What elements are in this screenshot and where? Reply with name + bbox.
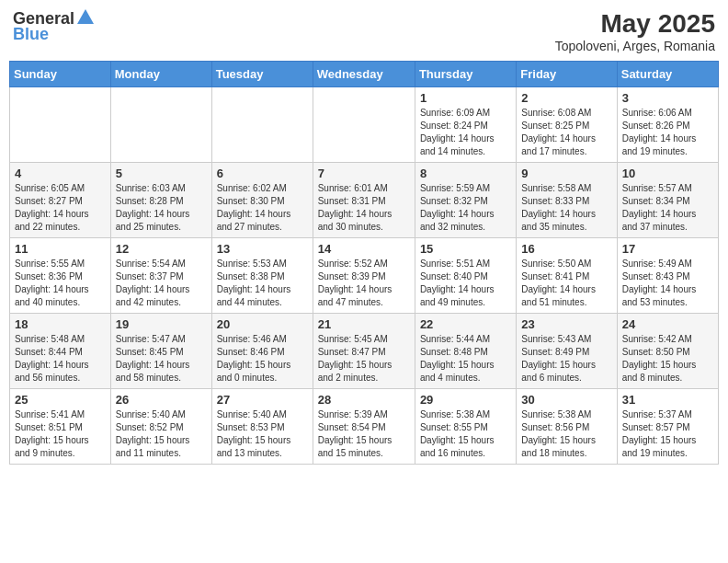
day-info: Sunrise: 5:38 AM Sunset: 8:55 PM Dayligh… — [420, 408, 511, 460]
day-info: Sunrise: 6:03 AM Sunset: 8:28 PM Dayligh… — [116, 182, 207, 234]
day-number: 24 — [622, 317, 713, 331]
calendar-cell: 10Sunrise: 5:57 AM Sunset: 8:34 PM Dayli… — [617, 163, 718, 238]
day-info: Sunrise: 5:44 AM Sunset: 8:48 PM Dayligh… — [420, 333, 511, 385]
day-info: Sunrise: 6:08 AM Sunset: 8:25 PM Dayligh… — [521, 107, 611, 158]
day-number: 12 — [116, 242, 207, 256]
day-info: Sunrise: 5:50 AM Sunset: 8:41 PM Dayligh… — [521, 258, 611, 309]
day-info: Sunrise: 5:58 AM Sunset: 8:33 PM Dayligh… — [521, 182, 611, 234]
day-number: 18 — [15, 317, 106, 331]
calendar-cell: 9Sunrise: 5:58 AM Sunset: 8:33 PM Daylig… — [517, 163, 617, 238]
day-info: Sunrise: 6:05 AM Sunset: 8:27 PM Dayligh… — [15, 182, 106, 234]
calendar-cell: 16Sunrise: 5:50 AM Sunset: 8:41 PM Dayli… — [517, 238, 617, 314]
calendar-week-row: 18Sunrise: 5:48 AM Sunset: 8:44 PM Dayli… — [10, 314, 719, 389]
day-number: 1 — [420, 91, 511, 105]
day-info: Sunrise: 5:37 AM Sunset: 8:57 PM Dayligh… — [622, 408, 713, 460]
title-area: May 2025 Topoloveni, Arges, Romania — [555, 9, 715, 53]
day-of-week-header: Sunday — [10, 62, 111, 87]
day-info: Sunrise: 6:01 AM Sunset: 8:31 PM Dayligh… — [318, 182, 410, 234]
calendar-cell — [110, 87, 211, 163]
calendar-cell: 4Sunrise: 6:05 AM Sunset: 8:27 PM Daylig… — [10, 163, 111, 238]
calendar-cell: 20Sunrise: 5:46 AM Sunset: 8:46 PM Dayli… — [211, 314, 313, 389]
day-info: Sunrise: 5:45 AM Sunset: 8:47 PM Dayligh… — [318, 333, 410, 385]
header: General Blue May 2025 Topoloveni, Arges,… — [9, 9, 719, 53]
day-number: 13 — [217, 242, 308, 256]
calendar-cell: 25Sunrise: 5:41 AM Sunset: 8:51 PM Dayli… — [10, 389, 111, 465]
day-number: 14 — [318, 242, 410, 256]
day-of-week-header: Saturday — [617, 62, 718, 87]
day-number: 26 — [116, 393, 207, 407]
day-number: 25 — [15, 393, 106, 407]
day-number: 2 — [521, 91, 611, 105]
calendar-cell: 14Sunrise: 5:52 AM Sunset: 8:39 PM Dayli… — [313, 238, 415, 314]
day-info: Sunrise: 5:52 AM Sunset: 8:39 PM Dayligh… — [318, 258, 410, 309]
calendar-cell: 19Sunrise: 5:47 AM Sunset: 8:45 PM Dayli… — [110, 314, 211, 389]
calendar-cell: 3Sunrise: 6:06 AM Sunset: 8:26 PM Daylig… — [617, 87, 718, 163]
calendar-cell: 27Sunrise: 5:40 AM Sunset: 8:53 PM Dayli… — [211, 389, 313, 465]
calendar-week-row: 4Sunrise: 6:05 AM Sunset: 8:27 PM Daylig… — [10, 163, 719, 238]
logo-triangle-icon — [77, 9, 94, 24]
logo-blue-text: Blue — [13, 25, 49, 44]
calendar-cell: 30Sunrise: 5:38 AM Sunset: 8:56 PM Dayli… — [517, 389, 617, 465]
day-of-week-header: Monday — [110, 62, 211, 87]
day-number: 6 — [217, 167, 308, 180]
day-info: Sunrise: 5:38 AM Sunset: 8:56 PM Dayligh… — [521, 408, 611, 460]
calendar-cell: 29Sunrise: 5:38 AM Sunset: 8:55 PM Dayli… — [415, 389, 516, 465]
day-number: 22 — [420, 317, 511, 331]
day-number: 10 — [622, 167, 713, 180]
day-number: 20 — [217, 317, 308, 331]
day-info: Sunrise: 5:48 AM Sunset: 8:44 PM Dayligh… — [15, 333, 106, 385]
day-info: Sunrise: 5:46 AM Sunset: 8:46 PM Dayligh… — [217, 333, 308, 385]
day-number: 23 — [521, 317, 611, 331]
calendar-cell: 17Sunrise: 5:49 AM Sunset: 8:43 PM Dayli… — [617, 238, 718, 314]
day-info: Sunrise: 5:39 AM Sunset: 8:54 PM Dayligh… — [318, 408, 410, 460]
calendar-cell: 8Sunrise: 5:59 AM Sunset: 8:32 PM Daylig… — [415, 163, 516, 238]
day-number: 8 — [420, 167, 511, 180]
day-number: 3 — [622, 91, 713, 105]
day-number: 5 — [116, 167, 207, 180]
day-info: Sunrise: 5:59 AM Sunset: 8:32 PM Dayligh… — [420, 182, 511, 234]
day-info: Sunrise: 6:02 AM Sunset: 8:30 PM Dayligh… — [217, 182, 308, 234]
calendar-cell: 23Sunrise: 5:43 AM Sunset: 8:49 PM Dayli… — [517, 314, 617, 389]
svg-marker-0 — [77, 9, 94, 24]
calendar-cell: 6Sunrise: 6:02 AM Sunset: 8:30 PM Daylig… — [211, 163, 313, 238]
calendar-cell: 2Sunrise: 6:08 AM Sunset: 8:25 PM Daylig… — [517, 87, 617, 163]
calendar-cell: 7Sunrise: 6:01 AM Sunset: 8:31 PM Daylig… — [313, 163, 415, 238]
day-number: 15 — [420, 242, 511, 256]
month-year-title: May 2025 — [555, 9, 715, 39]
day-of-week-header: Thursday — [415, 62, 516, 87]
day-info: Sunrise: 5:53 AM Sunset: 8:38 PM Dayligh… — [217, 258, 308, 309]
day-info: Sunrise: 5:41 AM Sunset: 8:51 PM Dayligh… — [15, 408, 106, 460]
day-info: Sunrise: 5:40 AM Sunset: 8:53 PM Dayligh… — [217, 408, 308, 460]
day-info: Sunrise: 6:06 AM Sunset: 8:26 PM Dayligh… — [622, 107, 713, 158]
calendar-cell: 5Sunrise: 6:03 AM Sunset: 8:28 PM Daylig… — [110, 163, 211, 238]
calendar-cell: 18Sunrise: 5:48 AM Sunset: 8:44 PM Dayli… — [10, 314, 111, 389]
calendar-cell — [10, 87, 111, 163]
day-info: Sunrise: 5:40 AM Sunset: 8:52 PM Dayligh… — [116, 408, 207, 460]
day-number: 27 — [217, 393, 308, 407]
day-info: Sunrise: 5:49 AM Sunset: 8:43 PM Dayligh… — [622, 258, 713, 309]
calendar-cell: 28Sunrise: 5:39 AM Sunset: 8:54 PM Dayli… — [313, 389, 415, 465]
calendar-cell — [211, 87, 313, 163]
calendar-cell — [313, 87, 415, 163]
day-number: 16 — [521, 242, 611, 256]
day-info: Sunrise: 5:54 AM Sunset: 8:37 PM Dayligh… — [116, 258, 207, 309]
day-number: 28 — [318, 393, 410, 407]
day-number: 30 — [521, 393, 611, 407]
calendar-cell: 24Sunrise: 5:42 AM Sunset: 8:50 PM Dayli… — [617, 314, 718, 389]
calendar-week-row: 1Sunrise: 6:09 AM Sunset: 8:24 PM Daylig… — [10, 87, 719, 163]
day-number: 21 — [318, 317, 410, 331]
day-number: 29 — [420, 393, 511, 407]
day-number: 7 — [318, 167, 410, 180]
calendar-week-row: 25Sunrise: 5:41 AM Sunset: 8:51 PM Dayli… — [10, 389, 719, 465]
day-of-week-header: Tuesday — [211, 62, 313, 87]
day-number: 4 — [15, 167, 106, 180]
calendar-header-row: SundayMondayTuesdayWednesdayThursdayFrid… — [10, 62, 719, 87]
calendar-cell: 1Sunrise: 6:09 AM Sunset: 8:24 PM Daylig… — [415, 87, 516, 163]
calendar-cell: 31Sunrise: 5:37 AM Sunset: 8:57 PM Dayli… — [617, 389, 718, 465]
calendar-week-row: 11Sunrise: 5:55 AM Sunset: 8:36 PM Dayli… — [10, 238, 719, 314]
day-info: Sunrise: 6:09 AM Sunset: 8:24 PM Dayligh… — [420, 107, 511, 158]
location-subtitle: Topoloveni, Arges, Romania — [555, 39, 715, 53]
calendar-cell: 15Sunrise: 5:51 AM Sunset: 8:40 PM Dayli… — [415, 238, 516, 314]
logo: General Blue — [13, 9, 94, 44]
day-info: Sunrise: 5:42 AM Sunset: 8:50 PM Dayligh… — [622, 333, 713, 385]
